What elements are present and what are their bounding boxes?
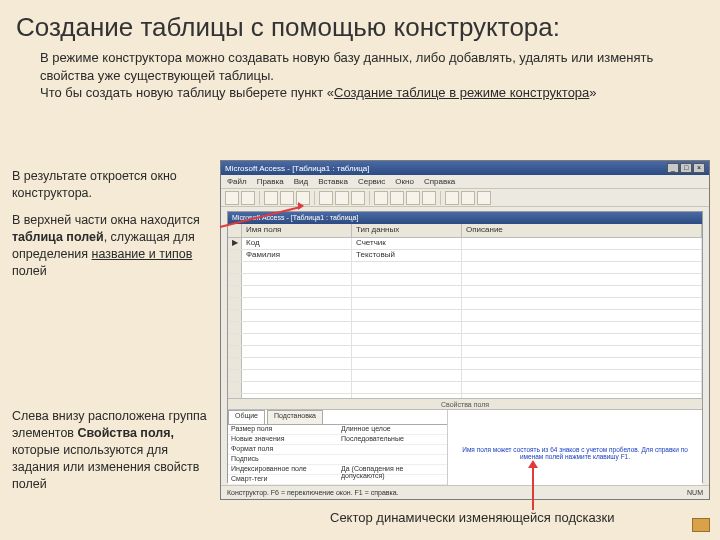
close-button[interactable]: ×: [693, 163, 705, 173]
cell-desc[interactable]: [462, 334, 702, 345]
row-selector[interactable]: [228, 298, 242, 309]
row-selector[interactable]: [228, 370, 242, 381]
menu-tools[interactable]: Сервис: [358, 177, 385, 186]
row-selector[interactable]: [228, 334, 242, 345]
cell-desc[interactable]: [462, 286, 702, 297]
cell-type[interactable]: Счетчик: [352, 238, 462, 249]
tab-lookup[interactable]: Подстановка: [267, 410, 323, 424]
cell-desc[interactable]: [462, 274, 702, 285]
property-row[interactable]: Новые значенияПоследовательные: [228, 435, 447, 445]
cell-type[interactable]: [352, 370, 462, 381]
menu-insert[interactable]: Вставка: [318, 177, 348, 186]
row-selector[interactable]: [228, 286, 242, 297]
cell-name[interactable]: Фамилия: [242, 250, 352, 261]
cell-name[interactable]: [242, 370, 352, 381]
cell-desc[interactable]: [462, 358, 702, 369]
table-row[interactable]: [228, 262, 702, 274]
toolbar-button[interactable]: [406, 191, 420, 205]
cell-type[interactable]: [352, 358, 462, 369]
cell-type[interactable]: [352, 310, 462, 321]
cell-name[interactable]: [242, 346, 352, 357]
row-selector[interactable]: [228, 346, 242, 357]
cell-name[interactable]: [242, 298, 352, 309]
cell-desc[interactable]: [462, 382, 702, 393]
cell-desc[interactable]: [462, 310, 702, 321]
table-row[interactable]: [228, 334, 702, 346]
toolbar-button[interactable]: [461, 191, 475, 205]
toolbar-button[interactable]: [445, 191, 459, 205]
table-row[interactable]: [228, 394, 702, 398]
property-value[interactable]: Последовательные: [338, 435, 447, 444]
table-row[interactable]: [228, 370, 702, 382]
cell-name[interactable]: [242, 322, 352, 333]
cell-type[interactable]: Текстовый: [352, 250, 462, 261]
property-row[interactable]: Смарт-теги: [228, 475, 447, 485]
cell-type[interactable]: [352, 322, 462, 333]
toolbar-button[interactable]: [477, 191, 491, 205]
cell-name[interactable]: [242, 394, 352, 398]
cell-desc[interactable]: [462, 322, 702, 333]
table-row[interactable]: ▶КодСчетчик: [228, 238, 702, 250]
toolbar-button[interactable]: [390, 191, 404, 205]
toolbar-button[interactable]: [280, 191, 294, 205]
table-row[interactable]: [228, 286, 702, 298]
toolbar-button[interactable]: [264, 191, 278, 205]
table-row[interactable]: [228, 322, 702, 334]
row-selector[interactable]: [228, 358, 242, 369]
row-selector[interactable]: [228, 322, 242, 333]
maximize-button[interactable]: □: [680, 163, 692, 173]
row-selector[interactable]: [228, 382, 242, 393]
row-selector[interactable]: [228, 310, 242, 321]
table-row[interactable]: ФамилияТекстовый: [228, 250, 702, 262]
property-value[interactable]: Длинное целое: [338, 425, 447, 434]
property-value[interactable]: Да (Совпадения не допускаются): [338, 465, 447, 474]
cell-type[interactable]: [352, 286, 462, 297]
row-selector[interactable]: [228, 394, 242, 398]
toolbar-button[interactable]: [422, 191, 436, 205]
table-row[interactable]: [228, 274, 702, 286]
toolbar-button[interactable]: [296, 191, 310, 205]
property-row[interactable]: Подпись: [228, 455, 447, 465]
table-row[interactable]: [228, 382, 702, 394]
menu-help[interactable]: Справка: [424, 177, 455, 186]
cell-name[interactable]: Код: [242, 238, 352, 249]
property-row[interactable]: Размер поляДлинное целое: [228, 425, 447, 435]
tab-general[interactable]: Общие: [228, 410, 265, 424]
row-selector[interactable]: ▶: [228, 238, 242, 249]
cell-desc[interactable]: [462, 370, 702, 381]
table-row[interactable]: [228, 310, 702, 322]
cell-name[interactable]: [242, 310, 352, 321]
cell-desc[interactable]: [462, 298, 702, 309]
minimize-button[interactable]: _: [667, 163, 679, 173]
grid-body[interactable]: ▶КодСчетчикФамилияТекстовый: [228, 238, 702, 398]
row-selector[interactable]: [228, 250, 242, 261]
toolbar-button[interactable]: [351, 191, 365, 205]
row-selector[interactable]: [228, 262, 242, 273]
row-selector[interactable]: [228, 274, 242, 285]
cell-type[interactable]: [352, 394, 462, 398]
cell-type[interactable]: [352, 382, 462, 393]
cell-type[interactable]: [352, 298, 462, 309]
menu-window[interactable]: Окно: [395, 177, 414, 186]
toolbar-button[interactable]: [335, 191, 349, 205]
toolbar-button[interactable]: [241, 191, 255, 205]
next-slide-icon[interactable]: [692, 518, 710, 532]
table-row[interactable]: [228, 298, 702, 310]
cell-name[interactable]: [242, 334, 352, 345]
cell-type[interactable]: [352, 262, 462, 273]
toolbar-button[interactable]: [225, 191, 239, 205]
cell-desc[interactable]: [462, 394, 702, 398]
menu-file[interactable]: Файл: [227, 177, 247, 186]
cell-desc[interactable]: [462, 250, 702, 261]
table-row[interactable]: [228, 346, 702, 358]
cell-desc[interactable]: [462, 346, 702, 357]
cell-desc[interactable]: [462, 262, 702, 273]
toolbar-button[interactable]: [374, 191, 388, 205]
cell-name[interactable]: [242, 286, 352, 297]
toolbar-button[interactable]: [319, 191, 333, 205]
menu-edit[interactable]: Правка: [257, 177, 284, 186]
property-value[interactable]: [338, 475, 447, 484]
cell-name[interactable]: [242, 358, 352, 369]
property-value[interactable]: [338, 455, 447, 464]
cell-name[interactable]: [242, 262, 352, 273]
